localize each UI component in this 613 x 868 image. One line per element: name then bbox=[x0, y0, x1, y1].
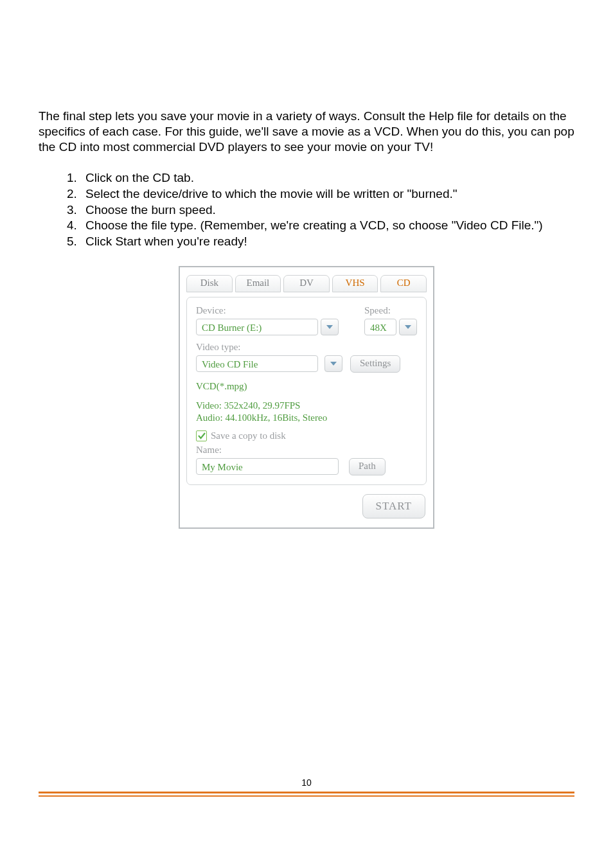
videotype-dropdown-button[interactable] bbox=[324, 355, 342, 372]
tab-cd[interactable]: CD bbox=[380, 275, 427, 292]
videotype-label: Video type: bbox=[196, 342, 417, 353]
list-item: Click on the CD tab. bbox=[80, 170, 574, 186]
save-copy-label: Save a copy to disk bbox=[211, 430, 286, 441]
video-info: Video: 352x240, 29.97FPS bbox=[196, 400, 417, 412]
start-button[interactable]: START bbox=[362, 494, 425, 518]
page-footer: 10 bbox=[39, 777, 574, 797]
speed-dropdown-button[interactable] bbox=[399, 319, 417, 335]
speed-label: Speed: bbox=[364, 305, 417, 316]
chevron-down-icon bbox=[326, 321, 333, 333]
settings-panel: Device: CD Burner (E:) Speed: bbox=[186, 297, 427, 485]
name-label: Name: bbox=[196, 445, 417, 456]
format-line: VCD(*.mpg) bbox=[196, 380, 417, 393]
page-number: 10 bbox=[39, 777, 574, 788]
footer-rule bbox=[39, 792, 574, 793]
chevron-down-icon bbox=[330, 358, 337, 369]
list-item: Choose the file type. (Remember, we're c… bbox=[80, 218, 574, 234]
audio-info: Audio: 44.100kHz, 16Bits, Stereo bbox=[196, 412, 417, 424]
tab-dv[interactable]: DV bbox=[283, 275, 330, 292]
tab-bar: Disk Email DV VHS CD bbox=[180, 275, 433, 292]
device-select[interactable]: CD Burner (E:) bbox=[196, 319, 318, 335]
checkbox-icon bbox=[196, 430, 207, 441]
path-button[interactable]: Path bbox=[349, 458, 386, 475]
instruction-list: Click on the CD tab. Select the device/d… bbox=[39, 170, 574, 249]
device-dropdown-button[interactable] bbox=[321, 319, 339, 335]
speed-select[interactable]: 48X bbox=[364, 319, 396, 335]
footer-rule bbox=[39, 795, 574, 797]
name-input[interactable]: My Movie bbox=[196, 458, 339, 475]
list-item: Select the device/drive to which the mov… bbox=[80, 186, 574, 202]
list-item: Choose the burn speed. bbox=[80, 202, 574, 218]
screenshot-panel: Disk Email DV VHS CD Device: CD Burner (… bbox=[179, 266, 434, 529]
tab-email[interactable]: Email bbox=[235, 275, 281, 292]
save-copy-checkbox[interactable]: Save a copy to disk bbox=[196, 430, 286, 441]
settings-button[interactable]: Settings bbox=[350, 355, 400, 373]
videotype-select[interactable]: Video CD File bbox=[196, 355, 318, 372]
tab-vhs[interactable]: VHS bbox=[332, 275, 378, 292]
device-label: Device: bbox=[196, 305, 353, 316]
list-item: Click Start when you're ready! bbox=[80, 234, 574, 250]
tab-disk[interactable]: Disk bbox=[186, 275, 233, 292]
intro-paragraph: The final step lets you save your movie … bbox=[39, 109, 574, 154]
chevron-down-icon bbox=[404, 321, 412, 333]
